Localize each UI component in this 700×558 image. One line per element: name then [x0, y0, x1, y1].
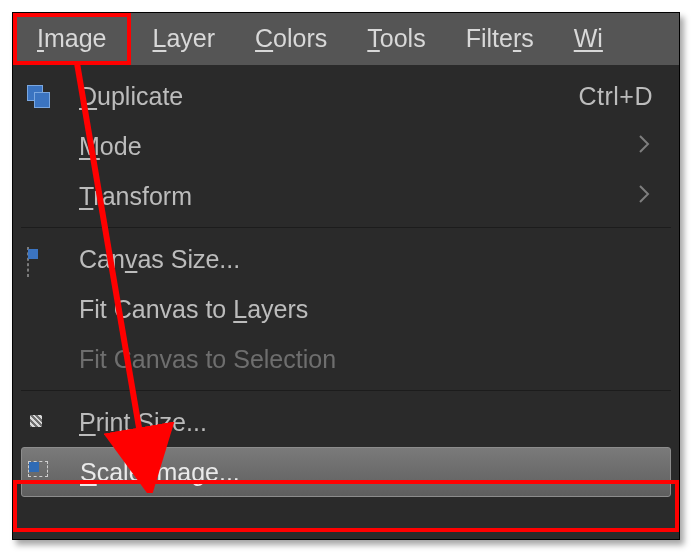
menu-colors-underline: C — [255, 24, 273, 52]
menuitem-transform[interactable]: Transform — [21, 171, 671, 221]
menu-filters-tail: s — [521, 24, 534, 52]
menu-filters-lead: Filte — [466, 24, 513, 52]
duplicate-icon — [27, 85, 79, 107]
menuitem-fit-canvas-to-selection: Fit Canvas to Selection — [21, 334, 671, 384]
menuitem-scale-image-label: Scale Image... — [80, 458, 664, 487]
chevron-right-icon — [637, 132, 665, 161]
menuitem-print-size-label: Print Size... — [79, 408, 665, 437]
menuitem-fit-layers-label: Fit Canvas to Layers — [79, 295, 665, 324]
menu-layer[interactable]: Layer — [137, 15, 232, 63]
menu-tools[interactable]: Tools — [351, 15, 441, 63]
menuitem-print-size[interactable]: Print Size... — [21, 397, 671, 447]
menu-layer-rest: ayer — [166, 24, 215, 52]
menuitem-duplicate-label: Duplicate — [79, 82, 578, 111]
menu-colors[interactable]: Colors — [239, 15, 343, 63]
menu-image[interactable]: Image — [13, 15, 129, 63]
image-dropdown: Duplicate Ctrl+D Mode Transform Canvas — [13, 65, 679, 497]
menuitem-canvas-size-label: Canvas Size... — [79, 245, 665, 274]
canvas-size-icon — [27, 248, 79, 270]
menubar: Image Layer Colors Tools Filters Wi — [13, 13, 679, 65]
menuitem-transform-label: Transform — [79, 182, 637, 211]
menu-filters[interactable]: Filters — [450, 15, 550, 63]
menu-filters-underline: r — [513, 24, 521, 52]
menuitem-duplicate[interactable]: Duplicate Ctrl+D — [21, 71, 671, 121]
menuitem-duplicate-shortcut: Ctrl+D — [578, 82, 665, 111]
scale-image-icon — [28, 461, 80, 483]
menuitem-canvas-size[interactable]: Canvas Size... — [21, 234, 671, 284]
menuitem-mode-label: Mode — [79, 132, 637, 161]
chevron-right-icon — [637, 182, 665, 211]
gimp-image-menu-screenshot: Image Layer Colors Tools Filters Wi Dupl… — [12, 12, 680, 540]
menu-colors-rest: olors — [273, 24, 327, 52]
menu-tools-underline: T — [367, 24, 380, 52]
menu-image-rest: mage — [44, 24, 107, 52]
menuitem-fit-selection-label: Fit Canvas to Selection — [79, 345, 665, 374]
menu-tools-rest: ools — [380, 24, 426, 52]
menu-partial-underline: Wi — [574, 24, 603, 52]
menuitem-fit-canvas-to-layers[interactable]: Fit Canvas to Layers — [21, 284, 671, 334]
print-size-icon — [27, 411, 79, 433]
menu-partial[interactable]: Wi — [558, 15, 619, 63]
separator — [21, 227, 671, 228]
menuitem-scale-image[interactable]: Scale Image... — [21, 447, 671, 497]
menuitem-mode[interactable]: Mode — [21, 121, 671, 171]
separator — [21, 390, 671, 391]
menu-image-underline: I — [37, 24, 44, 52]
menu-layer-underline: L — [153, 24, 167, 52]
